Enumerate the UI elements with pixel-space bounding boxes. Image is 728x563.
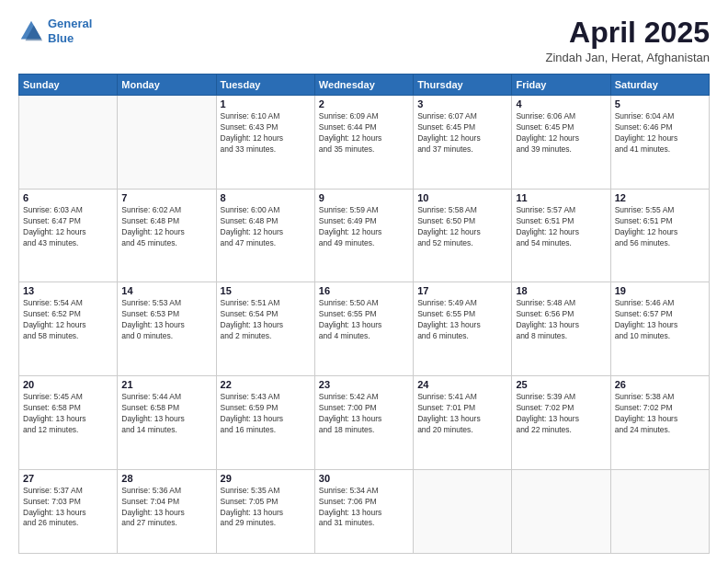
header-tuesday: Tuesday	[216, 75, 314, 96]
header-friday: Friday	[512, 75, 610, 96]
title-block: April 2025 Zindah Jan, Herat, Afghanista…	[545, 17, 710, 64]
header-monday: Monday	[118, 75, 216, 96]
calendar-table: Sunday Monday Tuesday Wednesday Thursday…	[18, 74, 710, 554]
day-info: Sunrise: 5:59 AM Sunset: 6:49 PM Dayligh…	[319, 205, 409, 249]
table-row	[610, 469, 709, 553]
day-number: 4	[516, 98, 606, 109]
day-number: 13	[23, 285, 113, 296]
table-row: 11Sunrise: 5:57 AM Sunset: 6:51 PM Dayli…	[512, 189, 610, 282]
table-row: 6Sunrise: 6:03 AM Sunset: 6:47 PM Daylig…	[19, 189, 118, 282]
table-row: 8Sunrise: 6:00 AM Sunset: 6:48 PM Daylig…	[216, 189, 314, 282]
day-number: 6	[23, 192, 113, 203]
header-saturday: Saturday	[610, 75, 709, 96]
table-row: 21Sunrise: 5:44 AM Sunset: 6:58 PM Dayli…	[118, 376, 216, 470]
day-number: 24	[417, 379, 507, 390]
main-title: April 2025	[545, 17, 710, 49]
logo-line2: Blue	[48, 31, 74, 45]
table-row: 4Sunrise: 6:06 AM Sunset: 6:45 PM Daylig…	[512, 96, 610, 190]
day-info: Sunrise: 6:04 AM Sunset: 6:46 PM Dayligh…	[615, 111, 705, 155]
day-info: Sunrise: 5:45 AM Sunset: 6:58 PM Dayligh…	[23, 392, 113, 436]
day-info: Sunrise: 5:48 AM Sunset: 6:56 PM Dayligh…	[516, 298, 606, 342]
day-info: Sunrise: 6:10 AM Sunset: 6:43 PM Dayligh…	[221, 111, 311, 155]
day-number: 14	[121, 285, 211, 296]
table-row: 23Sunrise: 5:42 AM Sunset: 7:00 PM Dayli…	[314, 376, 413, 470]
day-number: 20	[23, 379, 113, 390]
day-number: 25	[516, 379, 606, 390]
table-row: 2Sunrise: 6:09 AM Sunset: 6:44 PM Daylig…	[314, 96, 413, 190]
table-row	[19, 96, 118, 190]
page: General Blue April 2025 Zindah Jan, Hera…	[0, 0, 728, 563]
table-row: 17Sunrise: 5:49 AM Sunset: 6:55 PM Dayli…	[414, 282, 512, 376]
header-sunday: Sunday	[19, 75, 118, 96]
table-row: 3Sunrise: 6:07 AM Sunset: 6:45 PM Daylig…	[414, 96, 512, 190]
table-row: 7Sunrise: 6:02 AM Sunset: 6:48 PM Daylig…	[118, 189, 216, 282]
day-info: Sunrise: 5:39 AM Sunset: 7:02 PM Dayligh…	[516, 392, 606, 436]
day-number: 27	[23, 473, 113, 484]
header-thursday: Thursday	[414, 75, 512, 96]
day-info: Sunrise: 5:34 AM Sunset: 7:06 PM Dayligh…	[319, 486, 409, 530]
day-info: Sunrise: 5:46 AM Sunset: 6:57 PM Dayligh…	[615, 298, 705, 342]
table-row: 19Sunrise: 5:46 AM Sunset: 6:57 PM Dayli…	[610, 282, 709, 376]
day-number: 18	[516, 285, 606, 296]
table-row: 26Sunrise: 5:38 AM Sunset: 7:02 PM Dayli…	[610, 376, 709, 470]
day-number: 11	[516, 192, 606, 203]
day-number: 23	[319, 379, 409, 390]
day-number: 2	[319, 98, 409, 109]
day-info: Sunrise: 5:53 AM Sunset: 6:53 PM Dayligh…	[121, 298, 211, 342]
day-info: Sunrise: 5:42 AM Sunset: 7:00 PM Dayligh…	[319, 392, 409, 436]
day-info: Sunrise: 5:51 AM Sunset: 6:54 PM Dayligh…	[221, 298, 311, 342]
day-info: Sunrise: 5:41 AM Sunset: 7:01 PM Dayligh…	[417, 392, 507, 436]
day-number: 1	[221, 98, 311, 109]
day-info: Sunrise: 6:09 AM Sunset: 6:44 PM Dayligh…	[319, 111, 409, 155]
table-row: 25Sunrise: 5:39 AM Sunset: 7:02 PM Dayli…	[512, 376, 610, 470]
table-row: 16Sunrise: 5:50 AM Sunset: 6:55 PM Dayli…	[314, 282, 413, 376]
subtitle: Zindah Jan, Herat, Afghanistan	[545, 51, 710, 64]
day-info: Sunrise: 5:57 AM Sunset: 6:51 PM Dayligh…	[516, 205, 606, 249]
table-row: 15Sunrise: 5:51 AM Sunset: 6:54 PM Dayli…	[216, 282, 314, 376]
day-number: 15	[221, 285, 311, 296]
day-number: 22	[221, 379, 311, 390]
day-info: Sunrise: 6:07 AM Sunset: 6:45 PM Dayligh…	[417, 111, 507, 155]
table-row: 10Sunrise: 5:58 AM Sunset: 6:50 PM Dayli…	[414, 189, 512, 282]
logo-icon	[18, 18, 44, 44]
day-info: Sunrise: 6:03 AM Sunset: 6:47 PM Dayligh…	[23, 205, 113, 249]
day-info: Sunrise: 5:35 AM Sunset: 7:05 PM Dayligh…	[221, 486, 311, 530]
day-number: 19	[615, 285, 705, 296]
day-number: 28	[121, 473, 211, 484]
table-row: 5Sunrise: 6:04 AM Sunset: 6:46 PM Daylig…	[610, 96, 709, 190]
logo-text: General Blue	[48, 17, 92, 45]
day-number: 17	[417, 285, 507, 296]
logo: General Blue	[18, 17, 92, 45]
day-info: Sunrise: 5:50 AM Sunset: 6:55 PM Dayligh…	[319, 298, 409, 342]
table-row: 18Sunrise: 5:48 AM Sunset: 6:56 PM Dayli…	[512, 282, 610, 376]
table-row: 24Sunrise: 5:41 AM Sunset: 7:01 PM Dayli…	[414, 376, 512, 470]
day-number: 12	[615, 192, 705, 203]
day-info: Sunrise: 6:00 AM Sunset: 6:48 PM Dayligh…	[221, 205, 311, 249]
day-number: 9	[319, 192, 409, 203]
day-number: 30	[319, 473, 409, 484]
table-row: 9Sunrise: 5:59 AM Sunset: 6:49 PM Daylig…	[314, 189, 413, 282]
day-info: Sunrise: 5:44 AM Sunset: 6:58 PM Dayligh…	[121, 392, 211, 436]
day-number: 21	[121, 379, 211, 390]
table-row: 22Sunrise: 5:43 AM Sunset: 6:59 PM Dayli…	[216, 376, 314, 470]
day-number: 10	[417, 192, 507, 203]
logo-line1: General	[48, 17, 92, 30]
day-info: Sunrise: 5:55 AM Sunset: 6:51 PM Dayligh…	[615, 205, 705, 249]
calendar-header-row: Sunday Monday Tuesday Wednesday Thursday…	[19, 75, 710, 96]
day-info: Sunrise: 5:36 AM Sunset: 7:04 PM Dayligh…	[121, 486, 211, 530]
day-number: 16	[319, 285, 409, 296]
table-row: 12Sunrise: 5:55 AM Sunset: 6:51 PM Dayli…	[610, 189, 709, 282]
day-info: Sunrise: 5:37 AM Sunset: 7:03 PM Dayligh…	[23, 486, 113, 530]
day-number: 8	[221, 192, 311, 203]
day-info: Sunrise: 5:49 AM Sunset: 6:55 PM Dayligh…	[417, 298, 507, 342]
day-info: Sunrise: 6:02 AM Sunset: 6:48 PM Dayligh…	[121, 205, 211, 249]
day-number: 29	[221, 473, 311, 484]
table-row: 14Sunrise: 5:53 AM Sunset: 6:53 PM Dayli…	[118, 282, 216, 376]
table-row: 27Sunrise: 5:37 AM Sunset: 7:03 PM Dayli…	[19, 469, 118, 553]
table-row: 13Sunrise: 5:54 AM Sunset: 6:52 PM Dayli…	[19, 282, 118, 376]
day-number: 3	[417, 98, 507, 109]
day-info: Sunrise: 5:54 AM Sunset: 6:52 PM Dayligh…	[23, 298, 113, 342]
table-row: 28Sunrise: 5:36 AM Sunset: 7:04 PM Dayli…	[118, 469, 216, 553]
table-row	[118, 96, 216, 190]
day-info: Sunrise: 6:06 AM Sunset: 6:45 PM Dayligh…	[516, 111, 606, 155]
